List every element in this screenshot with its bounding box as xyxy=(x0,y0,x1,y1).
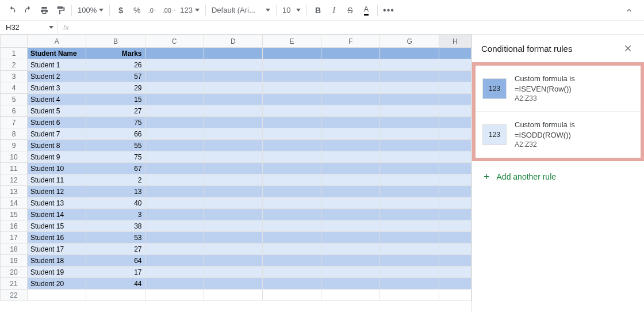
cell-C10[interactable] xyxy=(145,151,204,163)
cell-D9[interactable] xyxy=(204,140,262,151)
cell-A7[interactable]: Student 6 xyxy=(28,117,86,128)
cell-F9[interactable] xyxy=(321,140,380,151)
row-header-20[interactable]: 20 xyxy=(1,267,28,278)
cell-E10[interactable] xyxy=(262,151,321,163)
cell-C1[interactable] xyxy=(145,48,204,59)
cell-G7[interactable] xyxy=(380,117,439,128)
cell-D17[interactable] xyxy=(204,232,262,243)
column-header-A[interactable]: A xyxy=(28,35,86,48)
column-header-B[interactable]: B xyxy=(86,35,145,48)
cell-D4[interactable] xyxy=(204,82,262,94)
cell-F15[interactable] xyxy=(321,209,380,220)
cell-C6[interactable] xyxy=(145,105,204,117)
font-dropdown[interactable]: Default (Ari... xyxy=(209,6,273,14)
cell-F6[interactable] xyxy=(321,105,380,117)
cell-H6[interactable] xyxy=(439,105,471,117)
cell-E3[interactable] xyxy=(262,71,321,82)
row-header-18[interactable]: 18 xyxy=(1,243,28,255)
row-header-11[interactable]: 11 xyxy=(1,163,28,174)
select-all-cell[interactable] xyxy=(1,35,28,48)
cell-E4[interactable] xyxy=(262,82,321,94)
cell-B11[interactable]: 67 xyxy=(86,163,145,174)
cell-D22[interactable] xyxy=(204,290,262,301)
format-rule-1[interactable]: 123 Custom formula is =ISEVEN(Row()) A2:… xyxy=(476,66,641,112)
cell-D16[interactable] xyxy=(204,220,262,232)
cell-F16[interactable] xyxy=(321,220,380,232)
strikethrough-button[interactable]: S xyxy=(343,3,358,18)
cell-A3[interactable]: Student 2 xyxy=(28,71,86,82)
paint-format-button[interactable] xyxy=(53,3,68,18)
cell-B10[interactable]: 75 xyxy=(86,151,145,163)
cell-E9[interactable] xyxy=(262,140,321,151)
cell-G14[interactable] xyxy=(380,197,439,209)
cell-H3[interactable] xyxy=(439,71,471,82)
cell-F3[interactable] xyxy=(321,71,380,82)
cell-C5[interactable] xyxy=(145,94,204,105)
cell-G15[interactable] xyxy=(380,209,439,220)
cell-D14[interactable] xyxy=(204,197,262,209)
cell-G4[interactable] xyxy=(380,82,439,94)
cell-C16[interactable] xyxy=(145,220,204,232)
cell-C7[interactable] xyxy=(145,117,204,128)
cell-C11[interactable] xyxy=(145,163,204,174)
percent-button[interactable]: % xyxy=(129,3,144,18)
redo-button[interactable] xyxy=(21,3,36,18)
cell-H1[interactable] xyxy=(439,48,471,59)
row-header-6[interactable]: 6 xyxy=(1,105,28,117)
cell-E20[interactable] xyxy=(262,267,321,278)
cell-H10[interactable] xyxy=(439,151,471,163)
cell-G17[interactable] xyxy=(380,232,439,243)
cell-B22[interactable] xyxy=(86,290,145,301)
cell-H9[interactable] xyxy=(439,140,471,151)
cell-C17[interactable] xyxy=(145,232,204,243)
cell-E7[interactable] xyxy=(262,117,321,128)
row-header-16[interactable]: 16 xyxy=(1,220,28,232)
cell-H11[interactable] xyxy=(439,163,471,174)
cell-A14[interactable]: Student 13 xyxy=(28,197,86,209)
cell-D11[interactable] xyxy=(204,163,262,174)
cell-E21[interactable] xyxy=(262,278,321,290)
cell-D18[interactable] xyxy=(204,243,262,255)
column-header-F[interactable]: F xyxy=(321,35,380,48)
row-header-4[interactable]: 4 xyxy=(1,82,28,94)
cell-C3[interactable] xyxy=(145,71,204,82)
cell-A9[interactable]: Student 8 xyxy=(28,140,86,151)
column-header-D[interactable]: D xyxy=(204,35,262,48)
cell-B15[interactable]: 3 xyxy=(86,209,145,220)
bold-button[interactable]: B xyxy=(310,3,325,18)
cell-E19[interactable] xyxy=(262,255,321,267)
collapse-toolbar-button[interactable] xyxy=(622,3,636,17)
cell-A20[interactable]: Student 19 xyxy=(28,267,86,278)
cell-D21[interactable] xyxy=(204,278,262,290)
close-panel-button[interactable] xyxy=(621,41,635,55)
cell-C22[interactable] xyxy=(145,290,204,301)
font-size-dropdown[interactable]: 10 xyxy=(280,6,303,14)
more-button[interactable]: ••• xyxy=(381,3,396,18)
cell-B19[interactable]: 64 xyxy=(86,255,145,267)
column-header-C[interactable]: C xyxy=(145,35,204,48)
cell-B6[interactable]: 27 xyxy=(86,105,145,117)
cell-E6[interactable] xyxy=(262,105,321,117)
cell-G21[interactable] xyxy=(380,278,439,290)
cell-D10[interactable] xyxy=(204,151,262,163)
cell-F12[interactable] xyxy=(321,174,380,186)
print-button[interactable] xyxy=(37,3,52,18)
cell-B3[interactable]: 57 xyxy=(86,71,145,82)
cell-F5[interactable] xyxy=(321,94,380,105)
cell-C12[interactable] xyxy=(145,174,204,186)
cell-A8[interactable]: Student 7 xyxy=(28,128,86,140)
cell-G6[interactable] xyxy=(380,105,439,117)
cell-D7[interactable] xyxy=(204,117,262,128)
cell-C15[interactable] xyxy=(145,209,204,220)
cell-F13[interactable] xyxy=(321,186,380,197)
cell-E12[interactable] xyxy=(262,174,321,186)
cell-B5[interactable]: 15 xyxy=(86,94,145,105)
cell-E2[interactable] xyxy=(262,59,321,71)
cell-A6[interactable]: Student 5 xyxy=(28,105,86,117)
cell-D6[interactable] xyxy=(204,105,262,117)
cell-G1[interactable] xyxy=(380,48,439,59)
cell-H8[interactable] xyxy=(439,128,471,140)
cell-D3[interactable] xyxy=(204,71,262,82)
cell-B7[interactable]: 75 xyxy=(86,117,145,128)
row-header-10[interactable]: 10 xyxy=(1,151,28,163)
